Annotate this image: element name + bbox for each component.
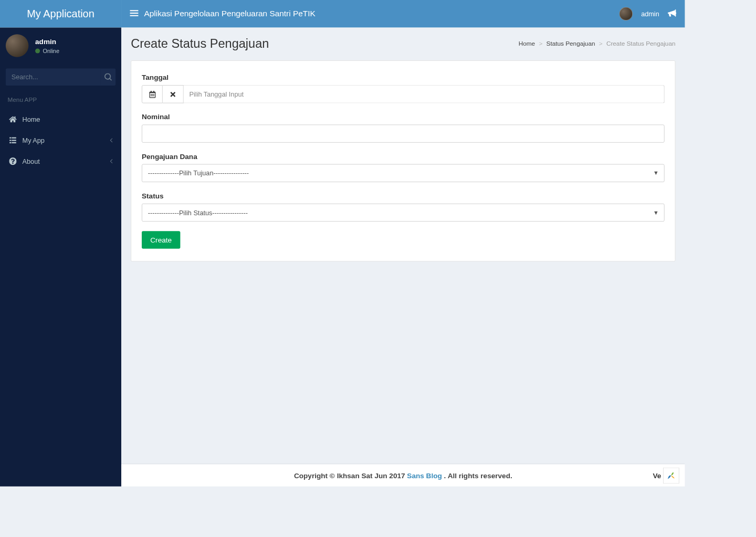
hamburger-icon[interactable]: [130, 10, 138, 18]
footer-copyright: Copyright © Ikhsan Sat Jun 2017: [294, 471, 407, 479]
footer-link[interactable]: Sans Blog: [407, 471, 442, 479]
sidebar-search: [0, 64, 121, 90]
bullhorn-icon[interactable]: [668, 9, 676, 19]
create-button[interactable]: Create: [142, 231, 180, 249]
breadcrumb-parent[interactable]: Status Pengajuan: [547, 40, 595, 47]
sidebar-item-label: My App: [23, 136, 45, 144]
footer: Copyright © Ikhsan Sat Jun 2017 Sans Blo…: [121, 464, 685, 486]
field-pengajuan: Pengajuan Dana --------------Pilih Tujua…: [142, 152, 665, 182]
sidebar: admin Online Menu APP Home: [0, 28, 121, 487]
content-wrapper: Create Status Pengajuan Home > Status Pe…: [121, 28, 685, 464]
calendar-icon: [149, 91, 156, 98]
label-nominal: Nominal: [142, 113, 665, 121]
user-status: Online: [35, 47, 59, 54]
menu-header: Menu APP: [0, 90, 121, 109]
sidebar-item-home[interactable]: Home: [0, 109, 121, 130]
field-tanggal: Tanggal: [142, 73, 665, 103]
calendar-button[interactable]: [142, 85, 163, 103]
navbar: Aplikasi Pengelolaan Pengeluaran Santri …: [121, 0, 685, 28]
breadcrumb-sep: >: [539, 40, 542, 47]
breadcrumb: Home > Status Pengajuan > Create Status …: [519, 40, 676, 47]
svg-rect-0: [130, 10, 138, 11]
app-logo[interactable]: My Application: [0, 0, 121, 28]
form-box: Tanggal Nominal: [131, 60, 675, 261]
nominal-input[interactable]: [142, 124, 665, 142]
chevron-left-icon: [109, 136, 113, 144]
sidebar-item-myapp[interactable]: My App: [0, 130, 121, 151]
close-icon: [170, 91, 177, 98]
list-icon: [9, 136, 16, 144]
svg-rect-1: [130, 13, 138, 14]
chevron-left-icon: [109, 157, 113, 165]
home-icon: [9, 115, 16, 123]
navbar-username[interactable]: admin: [641, 10, 659, 17]
breadcrumb-sep: >: [599, 40, 603, 47]
sidebar-item-label: Home: [23, 115, 40, 123]
status-select[interactable]: --------------Pilih Status--------------…: [142, 204, 665, 222]
online-dot-icon: [35, 48, 40, 53]
navbar-title: Aplikasi Pengelolaan Pengeluaran Santri …: [144, 9, 316, 18]
search-icon: [104, 73, 111, 81]
svg-rect-2: [130, 15, 138, 16]
footer-version: Ve: [653, 468, 679, 484]
content-header: Create Status Pengajuan Home > Status Pe…: [121, 28, 685, 56]
question-icon: [9, 157, 16, 165]
pengajuan-select[interactable]: --------------Pilih Tujuan--------------…: [142, 164, 665, 182]
search-input[interactable]: [6, 68, 100, 86]
sidebar-username: admin: [35, 37, 59, 45]
logo-text: My Application: [27, 7, 94, 20]
clear-date-button[interactable]: [163, 85, 184, 103]
footer-rights: . All rights reserved.: [444, 471, 512, 479]
breadcrumb-current: Create Status Pengajuan: [606, 40, 676, 47]
breadcrumb-home[interactable]: Home: [519, 40, 535, 47]
yii-logo-icon[interactable]: [663, 468, 679, 484]
sidebar-item-about[interactable]: About: [0, 151, 121, 172]
sidebar-item-label: About: [23, 157, 40, 165]
field-status: Status --------------Pilih Status-------…: [142, 192, 665, 222]
page-title: Create Status Pengajuan: [131, 36, 269, 51]
label-tanggal: Tanggal: [142, 73, 665, 81]
avatar[interactable]: [6, 34, 28, 57]
tanggal-input[interactable]: [184, 85, 665, 103]
main-header: My Application Aplikasi Pengelolaan Peng…: [0, 0, 685, 28]
user-panel: admin Online: [0, 28, 121, 64]
user-avatar-icon[interactable]: [619, 7, 632, 20]
label-pengajuan: Pengajuan Dana: [142, 152, 665, 160]
label-status: Status: [142, 192, 665, 199]
field-nominal: Nominal: [142, 113, 665, 143]
search-button[interactable]: [100, 68, 116, 86]
sidebar-menu: Home My App About: [0, 109, 121, 172]
